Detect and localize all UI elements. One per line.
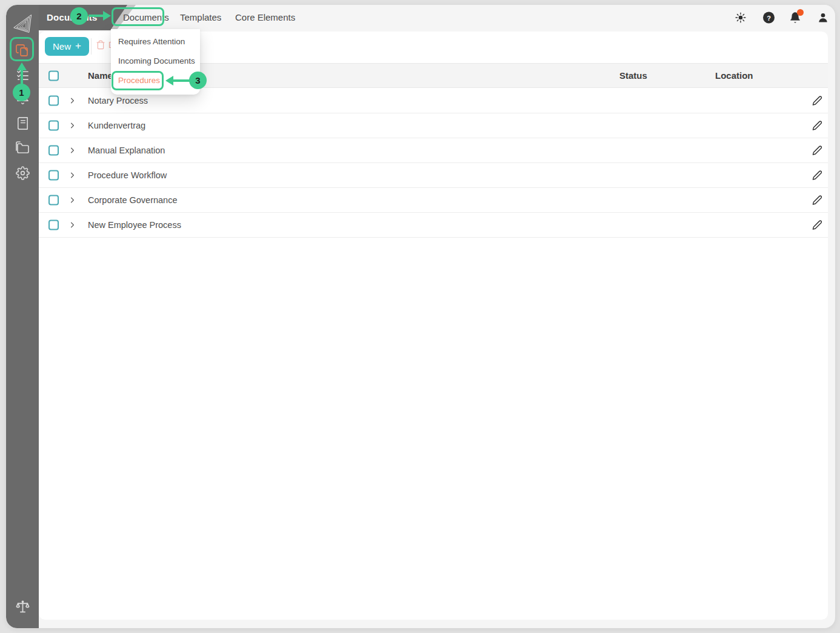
document-name[interactable]: Manual Explanation: [88, 138, 165, 163]
edit-pencil-icon[interactable]: [812, 121, 822, 131]
content-card: New+ Delete Name Status Location Notary …: [39, 32, 828, 620]
column-header-status: Status: [619, 64, 647, 88]
row-checkbox[interactable]: [48, 96, 59, 106]
plus-icon: +: [75, 40, 81, 52]
chevron-right-icon[interactable]: [68, 146, 77, 155]
document-name[interactable]: Procedure Workflow: [88, 163, 167, 188]
gear-icon: [16, 166, 30, 180]
theme-sun-icon[interactable]: [735, 12, 747, 24]
table-body: Notary Process Kundenvertrag Manual Expl…: [39, 89, 828, 238]
scales-icon: [15, 600, 30, 615]
new-button-label: New: [53, 41, 71, 52]
sidebar-item-legal[interactable]: [15, 599, 30, 615]
annotation-box-procedures: [112, 71, 164, 90]
step-number: 1: [19, 87, 24, 98]
edit-pencil-icon[interactable]: [812, 96, 822, 106]
annotation-arrow-3: [173, 79, 190, 82]
user-profile-icon[interactable]: [817, 12, 829, 24]
new-button[interactable]: New+: [45, 37, 89, 56]
table-row[interactable]: Procedure Workflow: [39, 163, 828, 188]
table-row[interactable]: Manual Explanation: [39, 138, 828, 163]
annotation-step-3: 3: [189, 72, 207, 89]
annotation-arrow-2: [88, 15, 104, 17]
annotation-box-documents-tab: [112, 7, 164, 26]
annotation-step-2: 2: [70, 7, 88, 25]
app-logo-icon: [11, 12, 34, 35]
sidebar-item-settings[interactable]: [15, 165, 30, 181]
row-checkbox[interactable]: [48, 121, 59, 131]
column-header-name: Name: [88, 64, 113, 88]
edit-pencil-icon[interactable]: [812, 170, 822, 181]
row-checkbox[interactable]: [48, 146, 59, 156]
step-number: 3: [195, 75, 200, 85]
row-checkbox[interactable]: [48, 220, 59, 230]
document-name[interactable]: New Employee Process: [88, 213, 181, 238]
row-checkbox[interactable]: [48, 195, 59, 206]
chevron-right-icon[interactable]: [68, 171, 77, 180]
menu-item-incoming-documents[interactable]: Incoming Documents: [118, 54, 195, 69]
help-icon[interactable]: ?: [763, 12, 775, 24]
toolbar-divider: [91, 38, 92, 55]
tab-templates[interactable]: Templates: [180, 5, 221, 30]
select-all-checkbox[interactable]: [48, 70, 59, 81]
chevron-right-icon[interactable]: [68, 121, 77, 130]
annotation-step-1: 1: [13, 84, 30, 101]
annotation-box-sidebar-documents: [10, 37, 34, 61]
edit-pencil-icon[interactable]: [812, 146, 822, 156]
table-row[interactable]: New Employee Process: [39, 213, 828, 238]
book-icon: [16, 116, 30, 130]
folder-icon: [15, 140, 30, 155]
chevron-right-icon[interactable]: [68, 96, 77, 106]
notification-dot: [797, 9, 804, 16]
notifications-bell-icon[interactable]: [788, 11, 802, 24]
menu-item-requires-attention[interactable]: Requires Attention: [118, 35, 185, 49]
document-name[interactable]: Corporate Governance: [88, 188, 178, 213]
app-window: Documents Documents Templates Core Eleme…: [6, 5, 835, 628]
help-glyph: ?: [767, 14, 771, 21]
table-row[interactable]: Corporate Governance: [39, 188, 828, 213]
sidebar-item-folders[interactable]: [15, 139, 30, 155]
edit-pencil-icon[interactable]: [812, 195, 822, 206]
annotation-arrowhead-2: [103, 11, 111, 21]
document-name[interactable]: Kundenvertrag: [88, 113, 145, 138]
annotation-arrowhead-3: [165, 76, 173, 85]
chevron-right-icon[interactable]: [68, 196, 77, 205]
tab-core-elements[interactable]: Core Elements: [235, 5, 295, 30]
trash-icon: [96, 40, 105, 50]
sidebar-item-journal[interactable]: [15, 115, 30, 131]
table-row[interactable]: Kundenvertrag: [39, 113, 828, 138]
step-number: 2: [76, 11, 81, 21]
column-header-location: Location: [715, 64, 753, 88]
chevron-right-icon[interactable]: [68, 221, 77, 230]
row-checkbox[interactable]: [48, 170, 59, 181]
edit-pencil-icon[interactable]: [812, 220, 822, 230]
